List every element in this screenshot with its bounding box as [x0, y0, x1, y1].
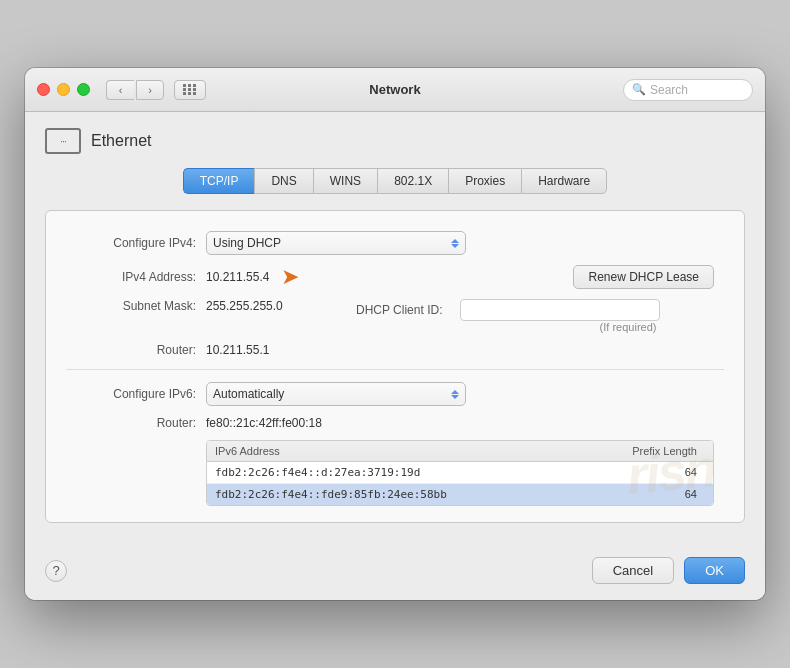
configure-ipv4-value: Using DHCP	[213, 236, 451, 250]
window-title: Network	[369, 82, 420, 97]
settings-panel: risn Configure IPv4: Using DHCP IPv4 Add…	[45, 210, 745, 523]
ipv6-address-2: fdb2:2c26:f4e4::fde9:85fb:24ee:58bb	[215, 488, 605, 501]
maximize-button[interactable]	[77, 83, 90, 96]
ipv6-col-prefix-header: Prefix Length	[605, 445, 705, 457]
tab-dns[interactable]: DNS	[254, 168, 312, 194]
back-button[interactable]: ‹	[106, 80, 134, 100]
ipv6-router-row: Router: fe80::21c:42ff:fe00:18	[66, 416, 724, 430]
dhcp-client-id-input[interactable]	[460, 299, 660, 321]
tab-8021x[interactable]: 802.1X	[377, 168, 448, 194]
dhcp-client-id-label: DHCP Client ID:	[356, 303, 442, 317]
ipv6-router-label: Router:	[66, 416, 196, 430]
ipv6-col-address-header: IPv6 Address	[215, 445, 605, 457]
table-row[interactable]: fdb2:2c26:f4e4::fde9:85fb:24ee:58bb 64	[207, 484, 713, 505]
table-row[interactable]: fdb2:2c26:f4e4::d:27ea:3719:19d 64	[207, 462, 713, 484]
bottom-bar: ? Cancel OK	[25, 543, 765, 600]
minimize-button[interactable]	[57, 83, 70, 96]
search-box[interactable]: 🔍 Search	[623, 79, 753, 101]
traffic-lights	[37, 83, 90, 96]
close-button[interactable]	[37, 83, 50, 96]
content-area: Ethernet TCP/IP DNS WINS 802.1X Proxies …	[25, 112, 765, 543]
forward-button[interactable]: ›	[136, 80, 164, 100]
tabs-bar: TCP/IP DNS WINS 802.1X Proxies Hardware	[45, 168, 745, 194]
ipv6-table-header: IPv6 Address Prefix Length	[207, 441, 713, 462]
ethernet-icon	[45, 128, 81, 154]
ipv6-prefix-1: 64	[605, 466, 705, 479]
tab-wins[interactable]: WINS	[313, 168, 377, 194]
section-header: Ethernet	[45, 128, 745, 154]
ipv6-address-1: fdb2:2c26:f4e4::d:27ea:3719:19d	[215, 466, 605, 479]
ok-button[interactable]: OK	[684, 557, 745, 584]
ipv4-address-label: IPv4 Address:	[66, 270, 196, 284]
help-icon: ?	[52, 563, 59, 578]
configure-ipv4-dropdown[interactable]: Using DHCP	[206, 231, 466, 255]
bottom-buttons: Cancel OK	[592, 557, 745, 584]
dropdown-arrows-ipv6-icon	[451, 390, 459, 399]
configure-ipv6-label: Configure IPv6:	[66, 387, 196, 401]
configure-ipv4-label: Configure IPv4:	[66, 236, 196, 250]
nav-buttons: ‹ ›	[106, 80, 164, 100]
grid-icon	[183, 84, 197, 95]
titlebar: ‹ › Network 🔍 Search	[25, 68, 765, 112]
separator	[66, 369, 724, 370]
ipv6-router-value: fe80::21c:42ff:fe00:18	[206, 416, 322, 430]
dropdown-arrows-icon	[451, 239, 459, 248]
router-label: Router:	[66, 343, 196, 357]
search-icon: 🔍	[632, 83, 646, 96]
subnet-mask-value: 255.255.255.0	[206, 299, 336, 313]
tab-proxies[interactable]: Proxies	[448, 168, 521, 194]
dhcp-client-id-section: DHCP Client ID: (If required)	[356, 299, 660, 333]
ipv6-address-table: IPv6 Address Prefix Length fdb2:2c26:f4e…	[206, 440, 714, 506]
router-value: 10.211.55.1	[206, 343, 269, 357]
subnet-mask-row: Subnet Mask: 255.255.255.0 DHCP Client I…	[66, 299, 724, 333]
configure-ipv6-dropdown[interactable]: Automatically	[206, 382, 466, 406]
tab-tcpip[interactable]: TCP/IP	[183, 168, 255, 194]
cancel-button[interactable]: Cancel	[592, 557, 674, 584]
section-title: Ethernet	[91, 132, 151, 150]
dhcp-client-id-row: DHCP Client ID:	[356, 299, 660, 321]
subnet-mask-label: Subnet Mask:	[66, 299, 196, 313]
grid-button[interactable]	[174, 80, 206, 100]
router-row: Router: 10.211.55.1	[66, 343, 724, 357]
help-button[interactable]: ?	[45, 560, 67, 582]
tab-hardware[interactable]: Hardware	[521, 168, 607, 194]
configure-ipv6-value: Automatically	[213, 387, 451, 401]
configure-ipv6-row: Configure IPv6: Automatically	[66, 382, 724, 406]
renew-dhcp-button[interactable]: Renew DHCP Lease	[573, 265, 714, 289]
ipv4-address-value: 10.211.55.4	[206, 270, 269, 284]
ipv4-address-row: IPv4 Address: 10.211.55.4 ➤ Renew DHCP L…	[66, 265, 724, 289]
network-window: ‹ › Network 🔍 Search Ethernet TCP/IP DNS…	[25, 68, 765, 600]
if-required-hint: (If required)	[356, 321, 660, 333]
configure-ipv4-row: Configure IPv4: Using DHCP	[66, 231, 724, 255]
orange-arrow-icon: ➤	[281, 266, 299, 288]
ipv6-prefix-2: 64	[605, 488, 705, 501]
search-placeholder: Search	[650, 83, 688, 97]
